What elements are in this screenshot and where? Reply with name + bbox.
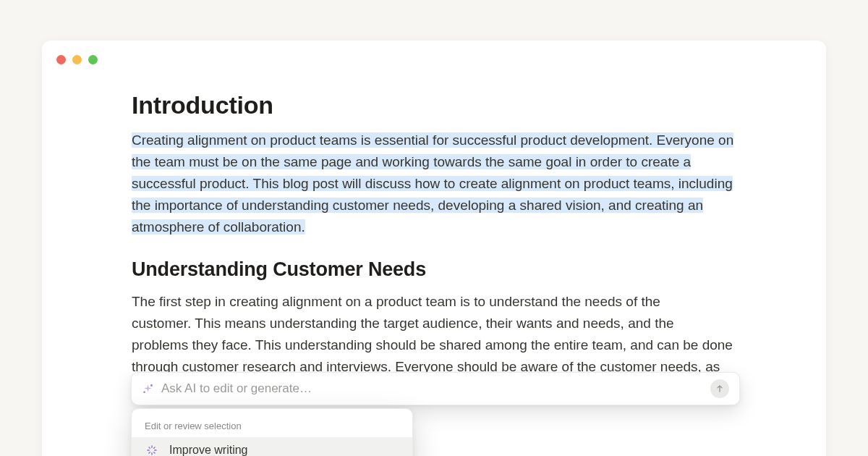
body-line: problems they face. This understanding s… [132,334,739,356]
sparkle-icon [142,383,154,395]
section-heading: Understanding Customer Needs [132,258,739,281]
window-controls [56,55,98,64]
svg-point-0 [151,384,153,386]
ai-prompt-input[interactable] [161,381,703,396]
send-button[interactable] [710,379,729,398]
window-zoom-button[interactable] [88,55,98,64]
selected-text: Creating alignment on product teams is e… [132,132,733,235]
page-title: Introduction [132,91,739,119]
menu-section-header: Edit or review selection [132,413,412,437]
window-close-button[interactable] [56,55,66,64]
document-body: Introduction Creating alignment on produ… [132,91,739,378]
body-line: The first step in creating alignment on … [132,291,739,313]
body-line: customer. This means understanding the t… [132,313,739,334]
wand-icon [145,444,159,457]
ai-prompt-bar[interactable] [131,372,740,405]
window-minimize-button[interactable] [72,55,82,64]
menu-item-improve-writing[interactable]: Improve writing [132,437,412,456]
app-window: Introduction Creating alignment on produ… [42,41,826,456]
menu-item-label: Improve writing [169,444,247,457]
ai-actions-menu: Edit or review selection Improve writing [131,408,413,456]
section-body: The first step in creating alignment on … [132,291,739,378]
intro-paragraph[interactable]: Creating alignment on product teams is e… [132,130,739,238]
svg-point-1 [144,392,145,392]
